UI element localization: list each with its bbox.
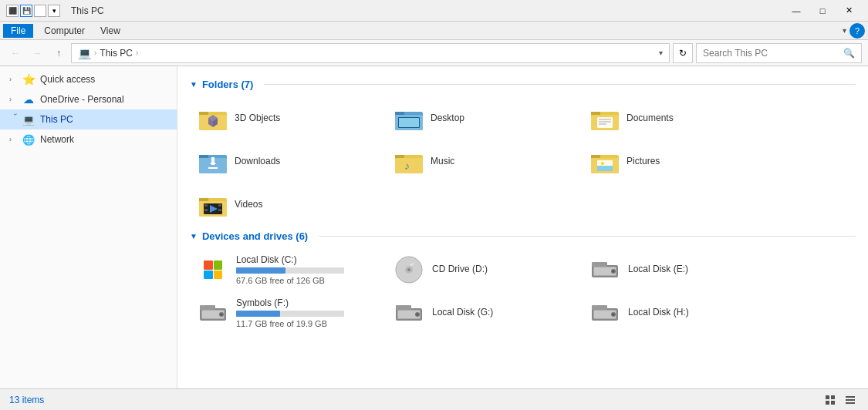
addr-breadcrumb-arrow: ›: [94, 49, 96, 57]
sidebar-item-quick-access[interactable]: › ⭐ Quick access: [0, 69, 177, 89]
sidebar-item-network[interactable]: › 🌐 Network: [0, 129, 177, 150]
view-list-button[interactable]: [822, 392, 839, 408]
drive-name-c: Local Disk (C:): [236, 254, 375, 265]
drive-name-d: CD Drive (D:): [432, 264, 571, 274]
folder-label-pictures: Pictures: [627, 156, 660, 166]
back-button[interactable]: ←: [6, 44, 25, 62]
content-area: ▼ Folders (7) 3D Objec: [177, 66, 868, 388]
drive-name-h: Local Disk (H:): [628, 307, 767, 318]
title-controls: — □ ✕: [783, 0, 862, 22]
minimize-button[interactable]: —: [783, 0, 809, 22]
drive-icon-f: [198, 297, 228, 328]
svg-rect-22: [211, 157, 214, 165]
search-box[interactable]: 🔍: [696, 43, 862, 63]
sidebar: › ⭐ Quick access › ☁ OneDrive - Personal…: [0, 66, 177, 388]
folder-item-pictures[interactable]: Pictures: [582, 141, 775, 181]
expand-quick-access: ›: [9, 76, 22, 83]
title-bar-icons: ⬛ 💾 ▾: [6, 5, 60, 17]
folder-item-downloads[interactable]: Downloads: [190, 141, 383, 181]
svg-rect-75: [846, 396, 855, 398]
folder-icon-music: ♪: [393, 146, 424, 176]
search-icon: 🔍: [843, 48, 855, 59]
sidebar-item-this-pc[interactable]: › 💻 This PC: [0, 109, 177, 129]
address-box[interactable]: 💻 › This PC › ▾: [71, 43, 670, 63]
network-label: Network: [40, 134, 74, 145]
svg-marker-26: [395, 155, 404, 158]
folder-item-documents[interactable]: Documents: [582, 98, 775, 138]
svg-rect-77: [846, 402, 855, 404]
drive-info-e: Local Disk (E:): [628, 264, 767, 277]
tb-icon-dropdown[interactable]: ▾: [48, 5, 60, 17]
svg-point-64: [417, 314, 419, 316]
onedrive-icon: ☁: [22, 92, 35, 106]
svg-rect-41: [218, 209, 221, 211]
status-view-controls: [822, 392, 859, 408]
folder-item-music[interactable]: ♪ Music: [386, 141, 579, 181]
drive-icon-c: [198, 254, 228, 285]
menu-bar-right: ▾ ?: [843, 23, 865, 39]
help-button[interactable]: ?: [849, 23, 865, 39]
svg-rect-10: [399, 118, 419, 127]
status-bar: 13 items: [0, 388, 868, 410]
menu-expand-icon[interactable]: ▾: [843, 26, 846, 35]
drive-item-c[interactable]: Local Disk (C:) 67.6 GB free of 126 GB: [190, 250, 383, 290]
menu-bar: File Computer View ▾ ?: [0, 22, 868, 40]
address-bar: ← → ↑ 💻 › This PC › ▾ ↻ 🔍: [0, 40, 868, 66]
drive-item-f[interactable]: Symbols (F:) 11.7 GB free of 19.9 GB: [190, 293, 383, 333]
drive-info-h: Local Disk (H:): [628, 307, 767, 320]
folder-label-documents: Documents: [627, 113, 674, 123]
svg-rect-73: [826, 401, 829, 405]
tb-icon-1: ⬛: [6, 5, 19, 17]
drive-item-e[interactable]: Local Disk (E:): [582, 250, 775, 290]
maximize-button[interactable]: □: [809, 0, 836, 22]
drive-bar-fill-f: [236, 311, 280, 317]
refresh-button[interactable]: ↻: [673, 43, 693, 63]
folders-section-label: Folders (7): [202, 79, 253, 90]
address-dropdown-icon[interactable]: ▾: [659, 49, 663, 57]
devices-section-header: ▼ Devices and drives (6): [190, 230, 856, 242]
this-pc-label: This PC: [40, 114, 73, 125]
menu-file[interactable]: File: [3, 24, 33, 38]
folder-icon-videos: [198, 189, 228, 220]
expand-network: ›: [9, 136, 22, 143]
this-pc-address-icon: 💻: [78, 47, 91, 59]
status-count: 13 items: [9, 395, 44, 405]
drive-info-d: CD Drive (D:): [432, 264, 571, 277]
close-button[interactable]: ✕: [836, 0, 862, 22]
forward-button[interactable]: →: [28, 44, 46, 62]
folder-icon-desktop: [393, 102, 424, 133]
menu-view[interactable]: View: [93, 24, 128, 38]
devices-chevron[interactable]: ▼: [190, 232, 198, 240]
svg-rect-38: [204, 204, 208, 207]
svg-marker-20: [199, 155, 208, 158]
drive-item-g[interactable]: Local Disk (G:): [386, 293, 579, 333]
menu-computer[interactable]: Computer: [36, 24, 93, 38]
folder-item-videos[interactable]: Videos: [190, 184, 383, 224]
tb-icon-save[interactable]: 💾: [20, 5, 32, 17]
drive-icon-d: [393, 254, 424, 285]
drive-bar-bg-c: [236, 267, 344, 274]
drive-space-c: 67.6 GB free of 126 GB: [236, 276, 375, 285]
drive-item-d[interactable]: CD Drive (D:): [386, 250, 579, 290]
svg-point-33: [601, 162, 604, 165]
svg-rect-23: [208, 167, 218, 169]
svg-marker-2: [199, 112, 208, 115]
drive-icon-h: [589, 297, 620, 328]
folder-label-videos: Videos: [235, 199, 262, 210]
svg-rect-56: [200, 305, 215, 310]
search-input[interactable]: [703, 48, 839, 59]
svg-text:♪: ♪: [404, 160, 410, 172]
addr-arrow-2: ›: [136, 49, 138, 57]
folders-chevron[interactable]: ▼: [190, 80, 198, 89]
up-button[interactable]: ↑: [49, 44, 68, 62]
drive-item-h[interactable]: Local Disk (H:): [582, 293, 775, 333]
drive-name-g: Local Disk (G:): [432, 307, 571, 318]
svg-rect-32: [597, 166, 613, 171]
drive-info-f: Symbols (F:) 11.7 GB free of 19.9 GB: [236, 297, 375, 328]
folder-label-music: Music: [431, 156, 454, 166]
folder-item-desktop[interactable]: Desktop: [386, 98, 579, 138]
folder-item-3d-objects[interactable]: 3D Objects: [190, 98, 383, 138]
sidebar-item-onedrive[interactable]: › ☁ OneDrive - Personal: [0, 89, 177, 109]
svg-marker-13: [591, 112, 600, 115]
view-details-button[interactable]: [842, 392, 859, 408]
